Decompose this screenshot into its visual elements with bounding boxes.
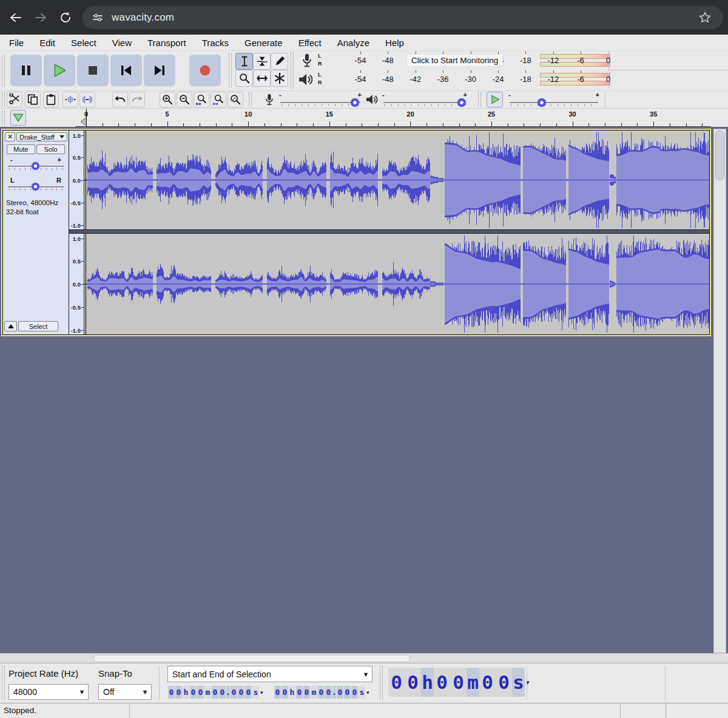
- collapse-track-button[interactable]: [4, 321, 17, 331]
- time-digit[interactable]: 0: [351, 686, 358, 699]
- time-digit[interactable]: 0: [168, 686, 175, 699]
- zoom-out-button[interactable]: [177, 92, 192, 107]
- bookmark-star-icon[interactable]: [698, 10, 712, 25]
- time-digit[interactable]: 0: [337, 686, 343, 699]
- timeline-options-button[interactable]: [10, 110, 26, 126]
- time-digit[interactable]: 0: [318, 686, 325, 699]
- zoom-toggle-button[interactable]: [228, 92, 243, 107]
- time-unit[interactable]: s: [359, 686, 365, 699]
- time-digit[interactable]: 0: [238, 686, 244, 699]
- play-button[interactable]: [44, 55, 75, 86]
- time-unit[interactable]: m: [204, 686, 211, 699]
- time-toolbar-grip[interactable]: [380, 666, 383, 700]
- time-digit[interactable]: 0: [344, 686, 351, 699]
- dropdown-arrow-icon[interactable]: ▾: [260, 689, 263, 696]
- url-bar[interactable]: wavacity.com: [83, 6, 723, 29]
- time-digit[interactable]: 0: [190, 686, 197, 699]
- pan-thumb[interactable]: [32, 183, 39, 191]
- time-unit[interactable]: m: [311, 686, 317, 699]
- zoom-tool-button[interactable]: [235, 70, 253, 87]
- reload-icon[interactable]: [58, 10, 73, 25]
- time-digit[interactable]: 0: [388, 668, 405, 697]
- edit-toolbar-grip[interactable]: [2, 92, 5, 107]
- recording-volume-thumb[interactable]: [351, 98, 359, 107]
- track-select-button[interactable]: Select: [18, 321, 58, 331]
- time-unit[interactable]: h: [421, 668, 434, 697]
- solo-button[interactable]: Solo: [36, 144, 65, 154]
- copy-button[interactable]: [25, 92, 41, 107]
- audio-position-display[interactable]: 00h00m00s▾: [388, 668, 530, 697]
- menu-item-edit[interactable]: Edit: [39, 38, 55, 48]
- tune-icon[interactable]: [92, 12, 103, 23]
- time-unit[interactable]: h: [183, 686, 189, 699]
- fit-selection-button[interactable]: [194, 92, 209, 107]
- meter-toolbar-grip[interactable]: [291, 52, 294, 89]
- track-title-button[interactable]: Drake_Staff: [16, 132, 67, 141]
- time-unit[interactable]: s: [512, 668, 525, 697]
- selection-mode-combo[interactable]: Start and End of Selection ▼: [167, 666, 372, 682]
- skip-to-end-button[interactable]: [144, 55, 175, 86]
- menu-item-file[interactable]: File: [9, 38, 24, 48]
- vertical-scrollbar[interactable]: [713, 129, 726, 653]
- menu-item-analyze[interactable]: Analyze: [337, 38, 369, 48]
- selection-start-time[interactable]: 00h00m00.000s▾: [168, 686, 263, 699]
- time-unit[interactable]: s: [252, 686, 259, 699]
- time-digit[interactable]: 0: [479, 668, 496, 697]
- play-at-speed-button[interactable]: [487, 92, 503, 107]
- gain-slider[interactable]: - +: [7, 156, 65, 174]
- time-digit[interactable]: 0: [434, 668, 450, 697]
- forward-icon[interactable]: [33, 10, 48, 25]
- redo-button[interactable]: [129, 92, 145, 107]
- selection-end-time[interactable]: 00h00m00.000s▾: [274, 686, 369, 699]
- playback-volume-thumb[interactable]: [457, 98, 466, 107]
- playback-meter[interactable]: LR -54-48-42-36-30-24-18-12-60: [295, 70, 608, 89]
- mute-button[interactable]: Mute: [7, 144, 35, 154]
- playback-volume-slider[interactable]: - +: [382, 92, 467, 109]
- project-rate-combo[interactable]: 48000 ▼: [8, 684, 89, 700]
- time-unit[interactable]: .: [332, 686, 336, 699]
- url-text[interactable]: wavacity.com: [112, 12, 174, 24]
- horizontal-scrollbar[interactable]: [0, 653, 728, 663]
- track-close-button[interactable]: ✕: [5, 132, 15, 141]
- menu-item-view[interactable]: View: [112, 38, 132, 48]
- time-digit[interactable]: 0: [281, 686, 288, 699]
- stop-button[interactable]: [77, 55, 109, 86]
- menu-item-generate[interactable]: Generate: [244, 38, 283, 48]
- zoom-in-button[interactable]: [160, 92, 175, 107]
- menu-item-select[interactable]: Select: [71, 38, 96, 48]
- menu-item-effect[interactable]: Effect: [298, 38, 322, 48]
- skip-to-start-button[interactable]: [110, 55, 142, 86]
- tools-toolbar-grip[interactable]: [229, 53, 232, 87]
- gain-thumb[interactable]: [32, 162, 39, 170]
- time-digit[interactable]: 0: [325, 686, 332, 699]
- track-canvas-area[interactable]: ✕ Drake_Staff Mute Solo - + L R: [0, 127, 728, 653]
- waveform-left-channel[interactable]: [84, 130, 709, 229]
- multi-tool-button[interactable]: [271, 70, 288, 87]
- time-digit[interactable]: 0: [450, 668, 467, 697]
- paste-button[interactable]: [43, 92, 59, 107]
- time-digit[interactable]: 0: [245, 686, 252, 699]
- selection-tool-button[interactable]: [235, 53, 253, 70]
- time-unit[interactable]: m: [467, 668, 479, 697]
- trim-audio-button[interactable]: [62, 92, 78, 107]
- mixer-toolbar-grip[interactable]: [249, 92, 252, 107]
- dropdown-arrow-icon[interactable]: ▾: [366, 689, 369, 696]
- envelope-tool-button[interactable]: [253, 53, 271, 70]
- time-unit[interactable]: .: [226, 686, 230, 699]
- timeshift-tool-button[interactable]: [253, 70, 271, 87]
- menu-item-tracks[interactable]: Tracks: [202, 38, 229, 48]
- pan-slider[interactable]: L R: [7, 177, 65, 195]
- waveform-right-channel[interactable]: [84, 234, 709, 334]
- time-digit[interactable]: 0: [197, 686, 204, 699]
- recording-volume-slider[interactable]: - +: [279, 92, 362, 109]
- time-digit[interactable]: 0: [219, 686, 226, 699]
- time-digit[interactable]: 0: [212, 686, 218, 699]
- selection-toolbar-grip[interactable]: [2, 666, 5, 700]
- snap-to-combo[interactable]: Off ▼: [98, 684, 152, 700]
- draw-tool-button[interactable]: [271, 53, 288, 70]
- time-digit[interactable]: 0: [296, 686, 303, 699]
- vertical-ruler-right-channel[interactable]: 1.00.50.0-0.5-1.0: [69, 234, 84, 334]
- menu-item-help[interactable]: Help: [385, 38, 404, 48]
- horizontal-scrollbar-thumb[interactable]: [93, 655, 410, 662]
- vertical-scrollbar-thumb[interactable]: [715, 130, 724, 180]
